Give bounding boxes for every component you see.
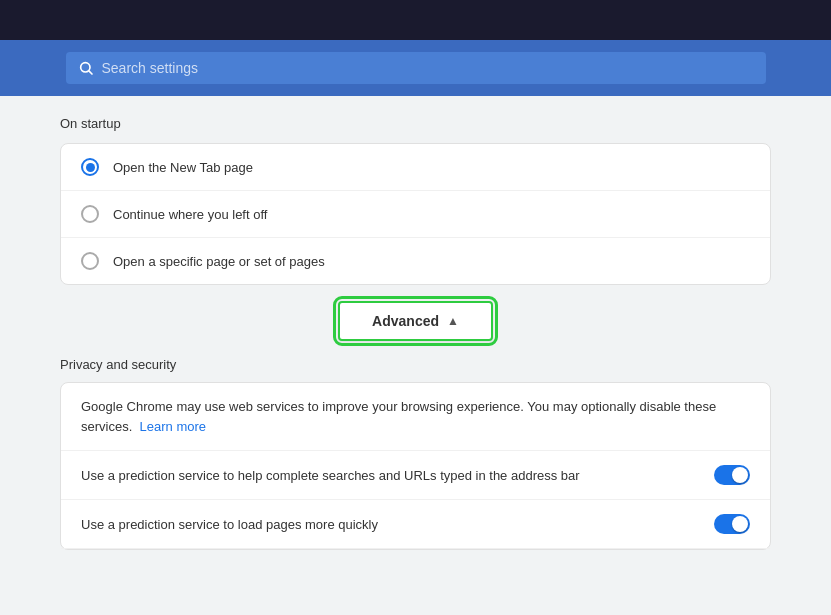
radio-inner-new-tab <box>86 163 95 172</box>
radio-new-tab <box>81 158 99 176</box>
on-startup-section: On startup Open the New Tab page Continu… <box>60 116 771 285</box>
option-new-tab[interactable]: Open the New Tab page <box>61 144 770 191</box>
advanced-button-label: Advanced <box>372 313 439 329</box>
privacy-section: Privacy and security Google Chrome may u… <box>60 357 771 550</box>
option-new-tab-label: Open the New Tab page <box>113 160 253 175</box>
option-continue[interactable]: Continue where you left off <box>61 191 770 238</box>
search-bar <box>66 52 766 84</box>
privacy-info-row: Google Chrome may use web services to im… <box>61 383 770 451</box>
advanced-btn-wrapper: Advanced ▲ <box>60 301 771 341</box>
toggle-prediction-load[interactable] <box>714 514 750 534</box>
toggle-prediction-load-label: Use a prediction service to load pages m… <box>81 517 694 532</box>
toggle-prediction-search[interactable] <box>714 465 750 485</box>
on-startup-title: On startup <box>60 116 771 131</box>
search-input[interactable] <box>102 60 754 76</box>
toggle-row-prediction-load: Use a prediction service to load pages m… <box>61 500 770 549</box>
search-icon <box>78 60 94 76</box>
chevron-up-icon: ▲ <box>447 314 459 328</box>
radio-specific-page <box>81 252 99 270</box>
option-specific-page[interactable]: Open a specific page or set of pages <box>61 238 770 284</box>
radio-continue <box>81 205 99 223</box>
startup-options-card: Open the New Tab page Continue where you… <box>60 143 771 285</box>
toggle-row-prediction-search: Use a prediction service to help complet… <box>61 451 770 500</box>
option-continue-label: Continue where you left off <box>113 207 267 222</box>
privacy-card: Google Chrome may use web services to im… <box>60 382 771 550</box>
advanced-button[interactable]: Advanced ▲ <box>338 301 493 341</box>
option-specific-page-label: Open a specific page or set of pages <box>113 254 325 269</box>
title-bar <box>0 0 831 40</box>
toggle-prediction-search-label: Use a prediction service to help complet… <box>81 468 694 483</box>
privacy-title: Privacy and security <box>60 357 771 372</box>
search-bar-wrapper <box>0 40 831 96</box>
learn-more-link[interactable]: Learn more <box>140 419 206 434</box>
svg-line-1 <box>89 71 92 74</box>
